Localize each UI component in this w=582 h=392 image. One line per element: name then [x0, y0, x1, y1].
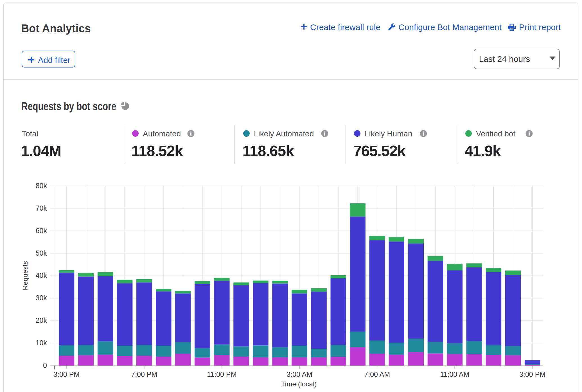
- svg-text:Requests: Requests: [21, 261, 29, 290]
- svg-text:20k: 20k: [36, 316, 47, 324]
- svg-text:70k: 70k: [36, 204, 47, 212]
- svg-text:11:00 PM: 11:00 PM: [207, 370, 236, 378]
- svg-text:7:00 PM: 7:00 PM: [131, 370, 157, 378]
- svg-text:3:00 AM: 3:00 AM: [287, 370, 312, 378]
- svg-text:40k: 40k: [36, 271, 47, 279]
- svg-text:Time (local): Time (local): [281, 380, 317, 388]
- svg-text:0: 0: [43, 361, 47, 369]
- svg-text:3:00 PM: 3:00 PM: [53, 370, 80, 378]
- svg-text:3:00 PM: 3:00 PM: [519, 370, 545, 378]
- svg-text:30k: 30k: [36, 294, 47, 302]
- svg-text:60k: 60k: [36, 227, 47, 235]
- svg-text:80k: 80k: [36, 182, 47, 190]
- svg-text:10k: 10k: [36, 339, 47, 347]
- svg-text:11:00 AM: 11:00 AM: [440, 370, 470, 378]
- svg-text:50k: 50k: [36, 249, 47, 257]
- svg-text:7:00 AM: 7:00 AM: [364, 370, 390, 378]
